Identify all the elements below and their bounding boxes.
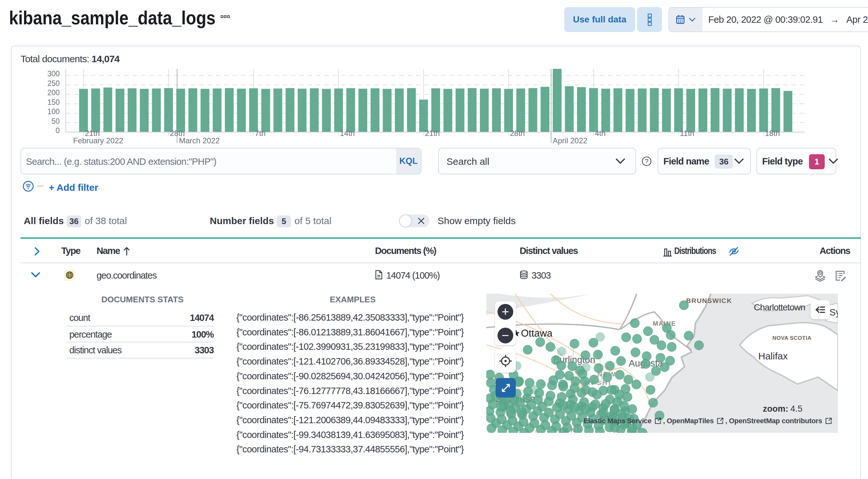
svg-text:200: 200 xyxy=(48,89,60,97)
svg-text:4.5: 4.5 xyxy=(790,404,803,414)
svg-text:Ottawa: Ottawa xyxy=(521,328,553,339)
svg-text:February 2022: February 2022 xyxy=(73,136,123,145)
svg-text:NOVA SCOTIA: NOVA SCOTIA xyxy=(772,335,811,341)
svg-text:Halifax: Halifax xyxy=(758,351,788,361)
svg-text:7th: 7th xyxy=(255,129,265,137)
svg-text:March 2022: March 2022 xyxy=(179,136,220,145)
svg-text:April 2022: April 2022 xyxy=(553,136,587,145)
svg-text:Sy: Sy xyxy=(830,307,838,317)
svg-text:300: 300 xyxy=(48,70,60,78)
svg-text:50: 50 xyxy=(51,117,60,125)
svg-text:Charlottetown: Charlottetown xyxy=(754,302,805,312)
svg-text:4th: 4th xyxy=(595,129,606,137)
svg-text:?: ? xyxy=(645,158,649,165)
svg-text:150: 150 xyxy=(48,98,60,106)
svg-text:250: 250 xyxy=(48,79,60,88)
svg-text:21th: 21th xyxy=(425,129,440,137)
svg-text:0: 0 xyxy=(56,126,60,135)
svg-text:11th: 11th xyxy=(680,129,694,137)
svg-text:BRUNSWICK: BRUNSWICK xyxy=(686,297,732,304)
svg-text:28th: 28th xyxy=(510,129,525,137)
svg-text:18th: 18th xyxy=(765,129,780,137)
svg-text:100: 100 xyxy=(48,107,60,116)
svg-text:14th: 14th xyxy=(340,129,355,137)
svg-text:zoom:: zoom: xyxy=(763,404,788,414)
